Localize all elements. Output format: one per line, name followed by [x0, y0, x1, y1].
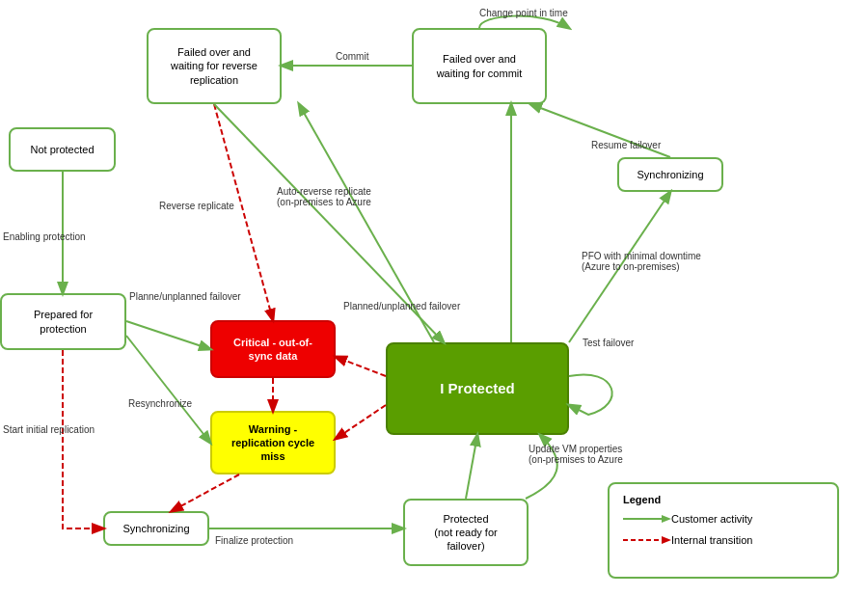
legend-title: Legend: [623, 494, 824, 505]
customer-activity-label: Customer activity: [671, 513, 752, 525]
commit-label: Commit: [336, 51, 368, 62]
legend-box: Legend Customer activity Internal transi…: [608, 482, 839, 579]
update-vm-label: Update VM properties(on-premises to Azur…: [529, 444, 623, 465]
enabling-protection-label: Enabling protection: [3, 231, 86, 242]
sync-top-label: Synchronizing: [637, 168, 703, 181]
prepared-label: Prepared forprotection: [34, 308, 93, 336]
warning-label: Warning -replication cyclemiss: [231, 422, 314, 464]
not-protected-state: Not protected: [9, 127, 116, 172]
failed-over-commit-state: Failed over andwaiting for commit: [412, 28, 547, 104]
internal-transition-arrow-icon: [623, 532, 671, 548]
failed-over-reverse-label: Failed over andwaiting for reversereplic…: [171, 45, 258, 87]
reverse-replicate-label: Reverse replicate: [159, 201, 234, 211]
warning-state: Warning -replication cyclemiss: [210, 411, 336, 474]
svg-marker-1: [662, 515, 671, 523]
change-point-label: Change point in time: [479, 8, 568, 18]
test-failover-label: Test failover: [583, 338, 634, 348]
planne-unplanned-label: Planne/unplanned failover: [129, 291, 241, 302]
resynchronize-label: Resynchronize: [128, 398, 192, 409]
protected-main-state: I Protected: [386, 342, 569, 435]
planned-unplanned-right-label: Planned/unplanned failover: [343, 301, 460, 312]
prepared-for-protection-state: Prepared forprotection: [0, 293, 126, 350]
pfo-minimal-label: PFO with minimal downtime(Azure to on-pr…: [582, 251, 701, 272]
critical-label: Critical - out-of-sync data: [233, 336, 312, 364]
internal-transition-label: Internal transition: [671, 534, 752, 546]
legend-customer-activity: Customer activity: [623, 511, 824, 527]
resume-failover-label: Resume failover: [591, 140, 661, 150]
synchronizing-bottom-state: Synchronizing: [103, 511, 209, 546]
svg-marker-3: [662, 536, 671, 544]
critical-state: Critical - out-of-sync data: [210, 320, 336, 378]
synchronizing-top-state: Synchronizing: [617, 157, 723, 192]
sync-bottom-label: Synchronizing: [122, 522, 189, 535]
customer-activity-arrow-icon: [623, 511, 671, 527]
legend-internal-transition: Internal transition: [623, 532, 824, 548]
start-initial-replication-label: Start initial replication: [3, 424, 95, 435]
not-protected-label: Not protected: [30, 143, 94, 156]
protected-main-label: I Protected: [440, 379, 515, 398]
failed-over-commit-label: Failed over andwaiting for commit: [437, 52, 523, 80]
auto-reverse-label: Auto-reverse replicate(on-premises to Az…: [277, 186, 371, 207]
finalize-protection-label: Finalize protection: [215, 535, 293, 546]
failed-over-reverse-state: Failed over andwaiting for reversereplic…: [147, 28, 282, 104]
protected-not-ready-state: Protected(not ready forfailover): [403, 499, 529, 566]
protected-not-ready-label: Protected(not ready forfailover): [434, 512, 497, 554]
